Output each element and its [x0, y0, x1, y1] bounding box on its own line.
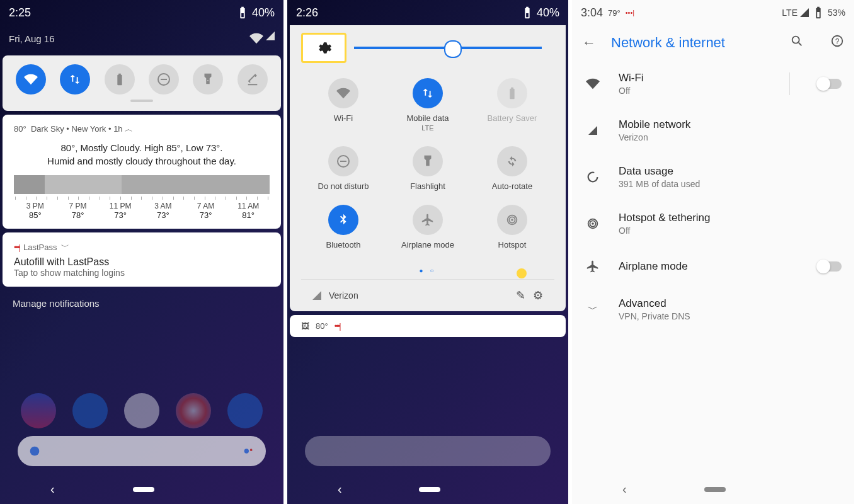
battery-icon: [520, 6, 534, 20]
qs-battery-tile[interactable]: [105, 64, 135, 94]
forecast-hours: 3 PM85° 7 PM78° 11 PM73° 3 AM73° 7 AM73°…: [14, 202, 270, 220]
setting-data-usage[interactable]: Data usage391 MB of data used: [572, 154, 854, 200]
clock: 2:25: [9, 6, 31, 20]
signal-icon: [312, 291, 321, 300]
setting-wifi[interactable]: Wi-FiOff: [572, 60, 854, 107]
app-messages-icon: [72, 393, 108, 428]
search-bar: [305, 436, 551, 466]
signal-icon: [800, 8, 809, 17]
edit-icon[interactable]: ✎: [516, 289, 525, 302]
brightness-slider[interactable]: [354, 47, 542, 49]
lastpass-icon: •••|: [14, 243, 20, 252]
phone-notification-shade: 2:25 40% Fri, Aug 16 80° Dark Sky • New …: [0, 0, 283, 504]
date-text: Fri, Aug 16: [9, 33, 55, 44]
qs-flashlight[interactable]: Flashlight: [386, 146, 470, 191]
back-icon[interactable]: ‹: [50, 482, 55, 496]
settings-button-highlighted[interactable]: [301, 33, 346, 63]
google-icon: [28, 444, 42, 458]
gear-icon: [316, 40, 332, 56]
manage-notifications-link[interactable]: Manage notifications: [0, 290, 283, 316]
qs-wifi-tile[interactable]: [16, 64, 46, 94]
temp-indicator: 79°: [608, 8, 621, 18]
search-icon[interactable]: [790, 34, 804, 52]
home-pill[interactable]: [419, 487, 440, 492]
setting-airplane[interactable]: Airplane mode: [572, 247, 854, 286]
hotspot-icon: [585, 215, 601, 232]
qs-bluetooth[interactable]: Bluetooth: [301, 205, 386, 249]
phone-quick-settings-expanded: 2:26 40% Wi-Fi Mobile dataLTE Battery Sa…: [283, 0, 568, 504]
chevron-up-icon[interactable]: ︿: [125, 124, 133, 134]
nav-bar: ‹: [0, 482, 283, 496]
svg-point-4: [250, 449, 253, 451]
clock: 3:04: [581, 6, 603, 20]
app-bar: ← Network & internet ?: [572, 25, 854, 60]
back-icon[interactable]: ‹: [338, 482, 342, 496]
date-row: Fri, Aug 16: [0, 25, 283, 52]
app-chrome-icon: [176, 393, 211, 428]
assistant-icon: [242, 444, 256, 458]
setting-mobile-network[interactable]: Mobile networkVerizon: [572, 107, 854, 154]
svg-line-11: [799, 43, 802, 46]
gear-icon[interactable]: ⚙: [533, 289, 543, 302]
battery-pct: 40%: [252, 6, 275, 20]
qs-wifi[interactable]: Wi-Fi: [301, 78, 386, 132]
battery-icon: [811, 6, 825, 20]
qs-dnd-tile[interactable]: [149, 64, 179, 94]
setting-advanced[interactable]: ﹀ AdvancedVPN, Private DNS: [572, 286, 854, 333]
lastpass-notification[interactable]: •••| LastPass ﹀ Autofill with LastPass T…: [3, 232, 281, 287]
setting-hotspot[interactable]: Hotspot & tetheringOff: [572, 200, 854, 247]
weather-notification[interactable]: 80° Dark Sky • New York • 1h ︿ 80°, Most…: [3, 115, 281, 229]
qs-mobiledata[interactable]: Mobile dataLTE: [386, 78, 470, 132]
svg-point-10: [792, 37, 799, 43]
airplane-icon: [585, 258, 601, 275]
wifi-icon: [585, 76, 601, 92]
qs-hotspot[interactable]: Hotspot: [470, 205, 554, 249]
image-icon: 🖼: [301, 321, 309, 331]
svg-point-7: [511, 219, 513, 221]
weather-header: 80° Dark Sky • New York • 1h ︿: [14, 123, 270, 135]
home-pill[interactable]: [133, 487, 154, 492]
chevron-down-icon[interactable]: ﹀: [61, 241, 69, 253]
quick-settings-panel: Wi-Fi Mobile dataLTE Battery Saver Do no…: [290, 25, 566, 311]
airplane-toggle[interactable]: [818, 261, 842, 272]
page-title: Network & internet: [611, 35, 764, 51]
help-icon[interactable]: ?: [830, 34, 844, 52]
mini-notification[interactable]: 🖼 80° •••|: [290, 315, 566, 337]
chevron-down-icon: ﹀: [585, 301, 601, 318]
data-usage-icon: [585, 169, 601, 185]
svg-point-15: [592, 222, 594, 225]
lastpass-icon: •••|: [335, 321, 340, 331]
app-phone-icon: [21, 393, 56, 428]
weather-summary: 80°, Mostly Cloudy. High 85°, Low 73°. H…: [14, 141, 270, 168]
nav-bar: ‹: [572, 482, 854, 496]
carrier-label: Verizon: [329, 290, 508, 301]
qs-autorotate-tile[interactable]: [237, 64, 268, 94]
qs-autorotate[interactable]: Auto-rotate: [470, 146, 554, 191]
svg-text:?: ?: [835, 37, 840, 46]
wifi-toggle[interactable]: [818, 79, 842, 89]
qs-dnd[interactable]: Do not disturb: [301, 146, 386, 191]
status-bar: 2:25 40%: [0, 0, 283, 25]
qs-flashlight-tile[interactable]: [193, 64, 223, 94]
home-pill[interactable]: [704, 487, 726, 492]
forecast-graph: [14, 175, 270, 194]
drag-handle[interactable]: [130, 100, 153, 102]
nav-bar: ‹: [287, 482, 568, 496]
status-bar: 2:26 40%: [287, 0, 568, 25]
app-calendar-icon: [227, 393, 263, 428]
signal-icon: [266, 32, 275, 40]
qs-airplane[interactable]: Airplane mode: [386, 205, 470, 249]
search-bar: [18, 436, 266, 466]
callout-dot: [517, 268, 527, 278]
qs-battery-saver[interactable]: Battery Saver: [470, 78, 554, 132]
battery-icon: [236, 6, 249, 20]
clock: 2:26: [296, 6, 318, 20]
svg-point-2: [30, 447, 40, 456]
qs-footer: Verizon ✎ ⚙: [301, 279, 554, 311]
qs-mobiledata-tile[interactable]: [60, 64, 90, 94]
back-arrow-icon[interactable]: ←: [582, 35, 596, 51]
lastpass-icon: •••|: [626, 9, 634, 16]
back-icon[interactable]: ‹: [622, 482, 627, 496]
network-label: LTE: [782, 8, 798, 18]
app-gmail-icon: [124, 393, 159, 428]
